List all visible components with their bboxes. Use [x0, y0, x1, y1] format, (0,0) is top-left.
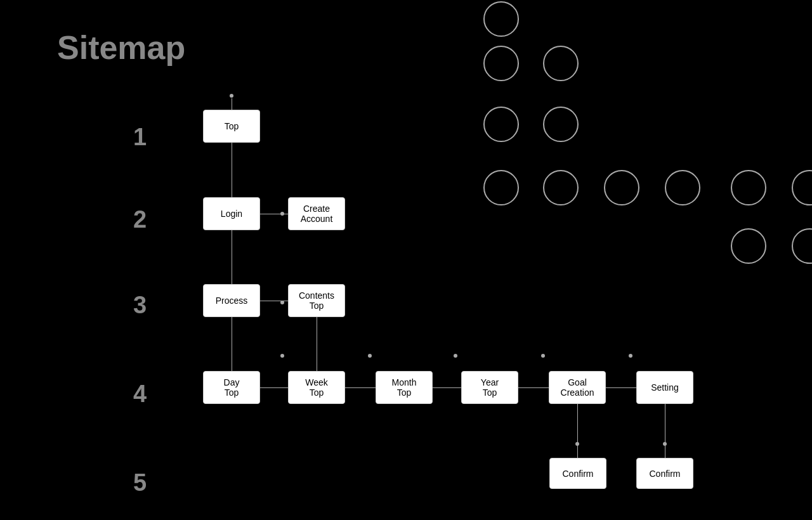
- dot-4-2: [368, 354, 372, 358]
- circle-1: [483, 1, 519, 37]
- node-week-top[interactable]: WeekTop: [288, 371, 345, 404]
- circle-9: [665, 170, 700, 205]
- dot-login-create: [280, 212, 284, 216]
- dot-5-2: [663, 442, 667, 446]
- dot-4-1: [280, 354, 284, 358]
- circle-4: [483, 107, 519, 142]
- row-label-2: 2: [133, 206, 147, 233]
- row-label-1: 1: [133, 124, 147, 151]
- circle-8: [604, 170, 639, 205]
- dot-4-5: [629, 354, 632, 358]
- node-process[interactable]: Process: [203, 284, 260, 317]
- node-day-top[interactable]: DayTop: [203, 371, 260, 404]
- node-year-top[interactable]: YearTop: [461, 371, 518, 404]
- line-top-up: [232, 98, 232, 110]
- circle-10: [731, 170, 766, 205]
- line-setting-confirm: [665, 404, 665, 458]
- circle-13: [792, 228, 812, 264]
- row-label-4: 4: [133, 380, 147, 408]
- circle-6: [483, 170, 519, 205]
- circle-12: [731, 228, 766, 264]
- row-label-5: 5: [133, 469, 147, 497]
- node-login[interactable]: Login: [203, 197, 260, 230]
- circle-7: [543, 170, 579, 205]
- row-label-3: 3: [133, 292, 147, 319]
- dot-4-4: [541, 354, 545, 358]
- circle-11: [792, 170, 812, 205]
- circle-5: [543, 107, 579, 142]
- line-contents-to-week: [317, 317, 317, 371]
- line-goal-confirm: [577, 404, 578, 458]
- page-title: Sitemap: [57, 29, 185, 67]
- line-login-to-process: [232, 230, 232, 284]
- node-setting[interactable]: Setting: [636, 371, 693, 404]
- node-top[interactable]: Top: [203, 110, 260, 143]
- circle-3: [543, 46, 579, 81]
- node-confirm-2[interactable]: Confirm: [636, 458, 693, 489]
- node-month-top[interactable]: MonthTop: [376, 371, 433, 404]
- node-contents-top[interactable]: ContentsTop: [288, 284, 345, 317]
- dot-top: [230, 94, 233, 98]
- line-top-to-login: [232, 143, 232, 197]
- node-confirm-1[interactable]: Confirm: [549, 458, 606, 489]
- dot-process-contents: [280, 301, 284, 304]
- line-process-daytop: [232, 317, 232, 371]
- dot-4-3: [454, 354, 457, 358]
- node-create-account[interactable]: CreateAccount: [288, 197, 345, 230]
- dot-5-1: [575, 442, 579, 446]
- circle-2: [483, 46, 519, 81]
- node-goal-creation[interactable]: GoalCreation: [549, 371, 606, 404]
